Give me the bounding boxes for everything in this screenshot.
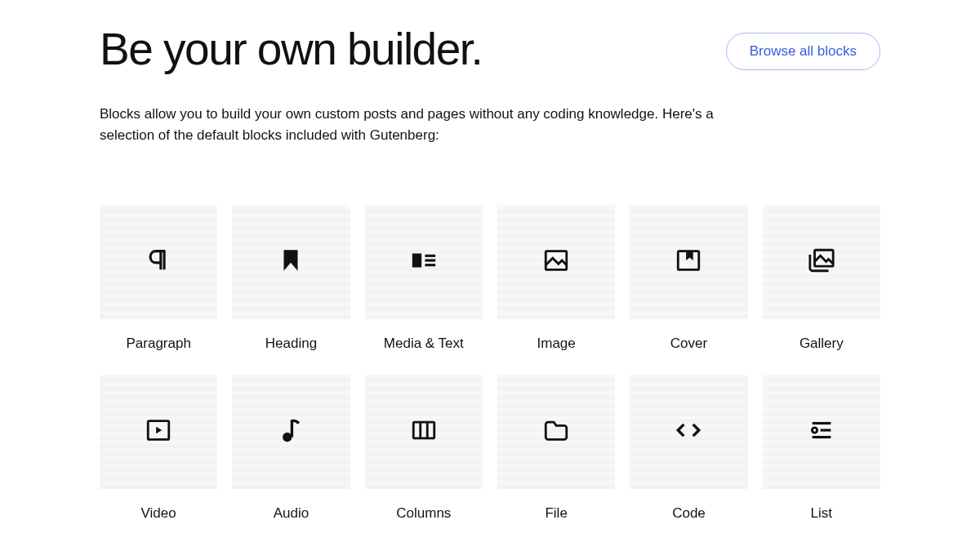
paragraph-icon (145, 247, 172, 278)
block-heading[interactable]: Heading (232, 205, 350, 352)
file-icon (542, 416, 570, 447)
block-video[interactable]: Video (100, 375, 217, 522)
block-label: Video (141, 505, 176, 522)
block-paragraph[interactable]: Paragraph (100, 205, 217, 352)
audio-icon (277, 416, 305, 447)
block-gallery[interactable]: Gallery (763, 205, 880, 352)
block-tile (497, 205, 615, 319)
block-audio[interactable]: Audio (232, 375, 350, 522)
block-label: Image (537, 336, 576, 352)
block-label: Cover (670, 336, 707, 352)
block-tile (100, 375, 217, 489)
page-title: Be your own builder. (100, 24, 482, 74)
block-tile (365, 205, 483, 319)
page-description: Blocks allow you to build your own custo… (100, 104, 720, 147)
block-label: Paragraph (126, 336, 190, 352)
list-icon (808, 416, 835, 447)
block-tile (763, 205, 880, 319)
block-label: Heading (265, 336, 317, 352)
block-label: File (545, 505, 567, 522)
gallery-icon (808, 247, 835, 278)
block-tile (630, 205, 747, 319)
block-label: Columns (396, 505, 451, 522)
block-label: Code (672, 505, 706, 522)
code-icon (675, 416, 702, 447)
block-tile (232, 375, 350, 489)
blocks-grid: Paragraph Heading Media & Text (100, 205, 880, 522)
block-tile (497, 375, 615, 489)
block-tile (365, 375, 483, 489)
svg-point-13 (812, 428, 817, 433)
image-icon (542, 247, 570, 278)
media-text-icon (410, 247, 438, 278)
block-label: Gallery (800, 336, 844, 352)
block-columns[interactable]: Columns (365, 375, 483, 522)
browse-all-blocks-button[interactable]: Browse all blocks (726, 33, 880, 70)
block-file[interactable]: File (497, 375, 615, 522)
block-label: Audio (274, 505, 309, 522)
block-tile (630, 375, 747, 489)
block-tile (100, 205, 217, 319)
svg-rect-9 (413, 422, 434, 438)
block-code[interactable]: Code (630, 375, 747, 522)
block-tile (232, 205, 350, 319)
block-label: Media & Text (384, 336, 464, 352)
block-image[interactable]: Image (497, 205, 615, 352)
cover-icon (675, 247, 702, 278)
block-label: List (811, 505, 832, 522)
block-media-text[interactable]: Media & Text (365, 205, 483, 352)
block-list[interactable]: List (763, 375, 880, 522)
block-tile (763, 375, 880, 489)
svg-rect-0 (412, 254, 421, 268)
columns-icon (410, 416, 438, 447)
heading-icon (277, 247, 305, 278)
video-icon (145, 416, 172, 447)
block-cover[interactable]: Cover (630, 205, 747, 352)
